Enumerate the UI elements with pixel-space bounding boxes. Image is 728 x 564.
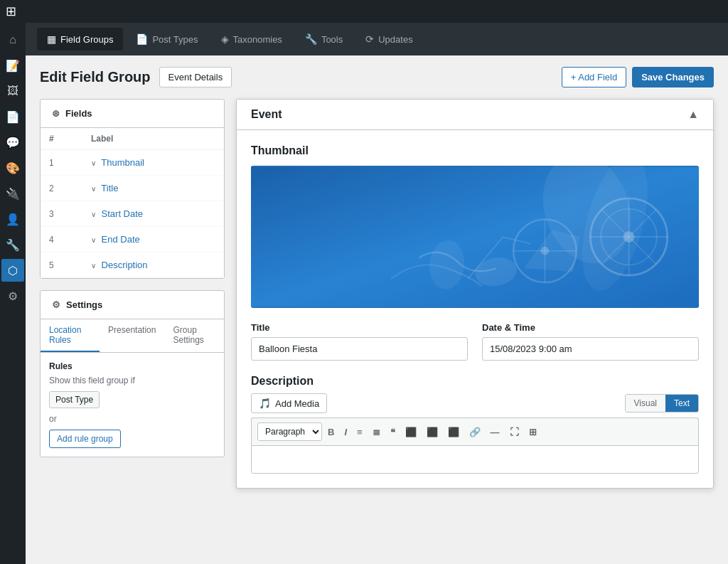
modal-body: Thumbnail [237,130,713,488]
or-text: or [49,414,215,424]
rule-tag: Post Type [49,391,100,408]
breadcrumb-tab: Event Details [159,67,232,87]
add-field-button[interactable]: + Add Field [562,67,626,87]
post-types-icon: 📄 [136,33,148,45]
field-link[interactable]: Thumbnail [101,157,144,168]
sidebar-icon-tools[interactable]: 🔧 [1,233,24,256]
top-nav: ▦ Field Groups 📄 Post Types ◈ Taxonomies… [26,23,728,55]
media-icon: 🎵 [259,398,271,409]
field-num: 5 [41,252,82,278]
format-select[interactable]: Paragraph [257,422,322,441]
horizontal-rule-button[interactable]: — [486,424,504,440]
page-header: Edit Field Group Event Details + Add Fie… [40,67,714,87]
form-group-title: Title [251,322,468,361]
field-num: 4 [41,227,82,252]
sidebar-icon-users[interactable]: 👤 [1,208,24,230]
table-row: 4 ∨ End Date [41,227,224,252]
col-num-header: # [41,128,82,150]
table-row: 2 ∨ Title [41,176,224,201]
header-actions: + Add Field Save Changes [562,67,714,87]
sidebar-icon-posts[interactable]: 📝 [1,54,24,77]
fields-panel: ⊛ Fields # Label 1 ∨ [40,99,225,279]
editor-toolbar: Paragraph B I ≡ ≣ ❝ ⬛ ⬛ ⬛ [251,417,699,445]
sidebar-icon-home[interactable]: ⌂ [1,28,24,51]
field-link[interactable]: Description [102,260,148,270]
datetime-input[interactable] [482,337,699,361]
settings-icon: ⚙ [52,299,60,310]
page-title: Edit Field Group [40,69,151,85]
align-center-button[interactable]: ⬛ [422,424,442,440]
tab-presentation[interactable]: Presentation [100,319,164,352]
link-button[interactable]: 🔗 [465,424,485,440]
chevron-icon: ∨ [91,236,96,244]
field-link[interactable]: Title [101,183,118,193]
sidebar: ⌂ 📝 🖼 📄 💬 🎨 🔌 👤 🔧 ⬡ ⚙ [0,23,26,564]
sidebar-icon-comments[interactable]: 💬 [1,131,24,154]
editor-content[interactable] [251,445,699,474]
desc-toolbar-top: Description [251,375,699,388]
sidebar-icon-plugins[interactable]: 🔌 [1,182,24,205]
add-media-button[interactable]: 🎵 Add Media [251,393,327,413]
unordered-list-button[interactable]: ≡ [353,424,367,440]
align-right-button[interactable]: ⬛ [444,424,464,440]
chevron-icon: ∨ [91,262,96,270]
admin-bar: ⊞ [0,0,728,23]
settings-panel-header: ⚙ Settings [41,291,224,319]
chevron-icon: ∨ [91,211,96,218]
add-rule-group-button[interactable]: Add rule group [49,430,121,448]
editor-tab-visual[interactable]: Visual [626,395,665,412]
main-area: ▦ Field Groups 📄 Post Types ◈ Taxonomies… [26,23,728,564]
settings-tabs: Location Rules Presentation Group Settin… [41,319,224,353]
taxonomies-icon: ◈ [221,33,229,45]
updates-icon: ⟳ [365,33,374,45]
chevron-icon: ∨ [91,185,96,193]
datetime-label: Date & Time [482,322,699,333]
ordered-list-button[interactable]: ≣ [368,424,385,440]
collapse-button[interactable]: ▲ [687,108,699,121]
description-section-title: Description [251,375,314,388]
svg-rect-16 [251,167,699,307]
nav-taxonomies[interactable]: ◈ Taxonomies [211,28,292,50]
rules-desc: Show this field group if [49,376,215,385]
sidebar-icon-settings[interactable]: ⚙ [1,284,24,307]
sidebar-icon-pages[interactable]: 📄 [1,105,24,128]
field-link[interactable]: Start Date [102,208,144,219]
sidebar-icon-media[interactable]: 🖼 [1,80,24,102]
sidebar-icon-appearance[interactable]: 🎨 [1,156,24,179]
form-row-title-date: Title Date & Time [251,322,699,361]
nav-updates[interactable]: ⟳ Updates [355,28,422,50]
table-row: 3 ∨ Start Date [41,201,224,227]
left-panel: ⊛ Fields # Label 1 ∨ [40,99,225,489]
field-link[interactable]: End Date [102,234,140,245]
table-row: 1 ∨ Thumbnail [41,150,224,176]
field-groups-icon: ▦ [47,33,56,45]
field-num: 2 [41,176,82,201]
nav-post-types[interactable]: 📄 Post Types [126,28,208,50]
tab-location-rules[interactable]: Location Rules [41,319,100,352]
align-left-button[interactable]: ⬛ [401,424,421,440]
sidebar-icon-acf[interactable]: ⬡ [1,259,24,282]
nav-tools[interactable]: 🔧 Tools [295,28,353,50]
title-input[interactable] [251,337,468,361]
modal-header: Event ▲ [237,100,713,130]
fields-table: # Label 1 ∨ Thumbnail 2 ∨ Title 3 [41,128,224,278]
fields-panel-header: ⊛ Fields [41,100,224,128]
settings-body: Rules Show this field group if Post Type… [41,353,224,457]
table-button[interactable]: ⊞ [525,424,541,440]
fullscreen-button[interactable]: ⛶ [505,424,523,440]
tab-group-settings[interactable]: Group Settings [164,319,224,352]
thumbnail-section-title: Thumbnail [251,144,699,157]
blockquote-button[interactable]: ❝ [386,424,400,440]
bold-button[interactable]: B [323,424,338,440]
field-num: 3 [41,201,82,227]
save-changes-button[interactable]: Save Changes [632,67,714,87]
editor-tab-text[interactable]: Text [665,395,698,412]
two-column-layout: ⊛ Fields # Label 1 ∨ [40,99,714,489]
wp-logo-icon: ⊞ [6,4,16,19]
title-label: Title [251,322,468,333]
thumbnail-container[interactable] [251,166,699,308]
tools-icon: 🔧 [305,33,317,45]
italic-button[interactable]: I [340,424,351,440]
nav-field-groups[interactable]: ▦ Field Groups [37,28,123,50]
fields-icon: ⊛ [52,108,60,119]
